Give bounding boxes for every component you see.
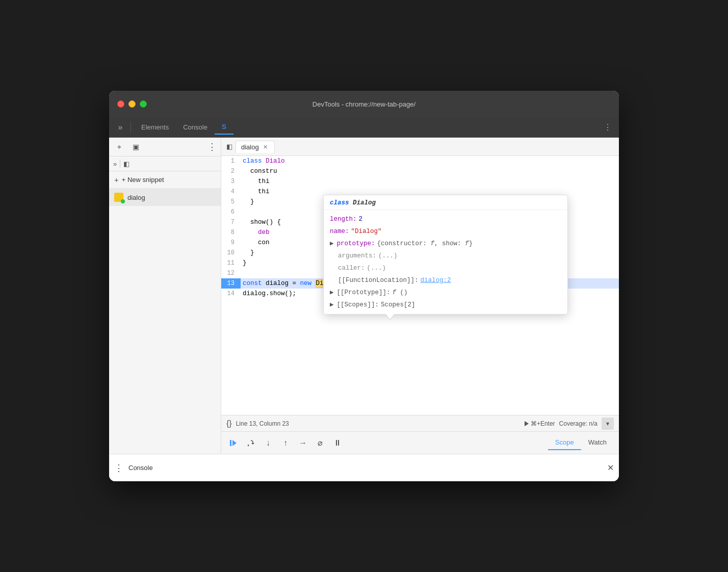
sidebar-toggle-icon[interactable]: ◧ — [223, 141, 236, 153]
file-tree-toolbar: » ◧ — [109, 157, 221, 171]
tab-console[interactable]: Console — [176, 120, 215, 134]
step-into-button[interactable]: ↓ — [261, 436, 275, 450]
tab-elements[interactable]: Elements — [134, 120, 176, 134]
expand-prototype-icon[interactable]: ▶ — [330, 239, 334, 249]
cursor-icon[interactable]: ⌖ — [113, 141, 125, 153]
tooltip-popup: class Dialog length: 2 name: "Dialog" ▶ … — [323, 195, 568, 315]
step-out-button[interactable]: ↑ — [278, 436, 293, 450]
line-content-14: dialog.show(); — [241, 289, 296, 299]
plus-icon: + — [114, 175, 119, 184]
code-line-3: 3 thi — [221, 176, 619, 187]
line-num-12: 12 — [221, 268, 241, 278]
console-close-button[interactable]: ✕ — [607, 463, 614, 473]
line-content-9: con — [241, 238, 270, 248]
tooltip-row-scopes[interactable]: ▶ [[Scopes]]: Scopes[2] — [324, 299, 567, 311]
tooltip-row-length: length: 2 — [324, 213, 567, 225]
line-content-5: } — [241, 197, 254, 207]
file-tree-icon[interactable]: ◧ — [123, 160, 129, 168]
step-button[interactable]: → — [296, 436, 310, 450]
tooltip-val-protochain: f () — [393, 288, 408, 298]
tooltip-row-protochain[interactable]: ▶ [[Prototype]]: f () — [324, 287, 567, 299]
tooltip-row-arguments: arguments: (...) — [324, 250, 567, 262]
tooltip-val-prototype: {constructor: f, show: f} — [377, 239, 473, 249]
divider — [131, 122, 131, 133]
tooltip-body: length: 2 name: "Dialog" ▶ prototype: {c… — [324, 210, 567, 314]
tooltip-key-length: length: — [330, 214, 357, 224]
line-content-1: class Dialo — [241, 156, 285, 166]
tooltip-key-funcloc: [[FunctionLocation]]: — [330, 275, 419, 285]
tooltip-val-length: 2 — [359, 214, 363, 224]
tooltip-row-funcloc: [[FunctionLocation]]: dialog:2 — [324, 274, 567, 287]
tab-expand-icon[interactable]: » — [113, 120, 127, 135]
tab-sources[interactable]: S — [215, 120, 233, 135]
line-content-2: constru — [241, 166, 277, 176]
line-num-13: 13 — [221, 278, 241, 289]
main-content: ⌖ ▣ ⋮ » ◧ + + New snippet dialog — [109, 138, 619, 454]
tooltip-key-prototype: prototype: — [337, 239, 375, 249]
resume-button[interactable] — [226, 436, 241, 450]
debug-toolbar: ↓ ↑ → ⌀ ⏸ Scope Watch — [221, 431, 619, 454]
minimize-button[interactable] — [128, 100, 136, 108]
deactivate-button[interactable]: ⌀ — [313, 436, 327, 450]
editor-tab-dialog[interactable]: dialog ✕ — [236, 141, 275, 153]
line-content-8: deb — [241, 227, 270, 238]
line-col-status: Line 13, Column 23 — [236, 420, 289, 427]
coverage-status: Coverage: n/a — [559, 420, 597, 427]
line-content-4: thi — [241, 187, 270, 197]
status-bar-left: {} Line 13, Column 23 — [226, 419, 289, 428]
line-num-8: 8 — [221, 227, 241, 238]
line-num-9: 9 — [221, 238, 241, 248]
panel-icon[interactable]: ▣ — [129, 141, 142, 153]
svg-marker-1 — [232, 440, 237, 446]
line-content-6 — [241, 207, 243, 217]
more-options-button[interactable]: ⋮ — [207, 142, 217, 151]
snippet-file-icon — [114, 193, 123, 202]
sidebar-toolbar: ⌖ ▣ ⋮ — [109, 138, 221, 157]
format-button[interactable]: {} — [226, 419, 232, 428]
console-menu-icon[interactable]: ⋮ — [114, 462, 123, 474]
tooltip-val-arguments: (...) — [378, 251, 398, 261]
tooltip-key-arguments: arguments: — [330, 251, 376, 261]
sidebar: ⌖ ▣ ⋮ » ◧ + + New snippet dialog — [109, 138, 221, 454]
close-tab-button[interactable]: ✕ — [262, 143, 269, 150]
tooltip-key-name: name: — [330, 226, 349, 237]
debug-tabs: Scope Watch — [548, 435, 614, 450]
tooltip-val-funcloc[interactable]: dialog:2 — [421, 275, 451, 285]
code-line-2: 2 constru — [221, 166, 619, 176]
window-title: DevTools - chrome://new-tab-page/ — [313, 100, 415, 108]
dropdown-arrow-button[interactable]: ▾ — [602, 418, 614, 430]
snippet-item-label: dialog — [127, 194, 145, 201]
run-button[interactable]: ⌘+Enter — [525, 420, 555, 427]
tooltip-key-scopes: [[Scopes]]: — [337, 300, 379, 310]
console-area: ⋮ Console ✕ — [109, 454, 619, 481]
run-icon — [525, 421, 529, 426]
expand-scopes-icon[interactable]: ▶ — [330, 300, 334, 310]
close-button[interactable] — [117, 100, 124, 108]
svg-rect-3 — [248, 445, 249, 446]
tab-scope[interactable]: Scope — [548, 435, 581, 450]
tab-watch[interactable]: Watch — [581, 435, 614, 450]
line-content-12 — [241, 268, 243, 278]
tooltip-key-protochain: [[Prototype]]: — [337, 288, 391, 298]
tooltip-arrow — [385, 314, 395, 320]
editor-tab-label: dialog — [241, 143, 259, 151]
new-snippet-button[interactable]: + + New snippet — [109, 171, 221, 189]
tooltip-key-caller: caller: — [330, 263, 365, 273]
step-over-button[interactable] — [244, 436, 258, 450]
line-content-7: show() { — [241, 217, 281, 227]
line-content-3: thi — [241, 176, 270, 187]
tooltip-header: class Dialog — [324, 195, 567, 210]
svg-marker-2 — [251, 443, 254, 445]
divider — [120, 160, 120, 168]
devtools-window: DevTools - chrome://new-tab-page/ » Elem… — [109, 91, 619, 481]
snippet-item-dialog[interactable]: dialog — [109, 189, 221, 206]
maximize-button[interactable] — [140, 100, 147, 108]
more-options-icon[interactable]: ⋮ — [601, 120, 615, 135]
main-tab-bar: » Elements Console S ⋮ — [109, 117, 619, 138]
pause-button[interactable]: ⏸ — [330, 436, 345, 450]
expand-icon[interactable]: » — [113, 160, 117, 168]
tooltip-val-scopes: Scopes[2] — [381, 300, 415, 310]
expand-protochain-icon[interactable]: ▶ — [330, 288, 334, 298]
status-bar: {} Line 13, Column 23 ⌘+Enter Coverage: … — [221, 415, 619, 431]
tooltip-row-prototype[interactable]: ▶ prototype: {constructor: f, show: f} — [324, 238, 567, 250]
